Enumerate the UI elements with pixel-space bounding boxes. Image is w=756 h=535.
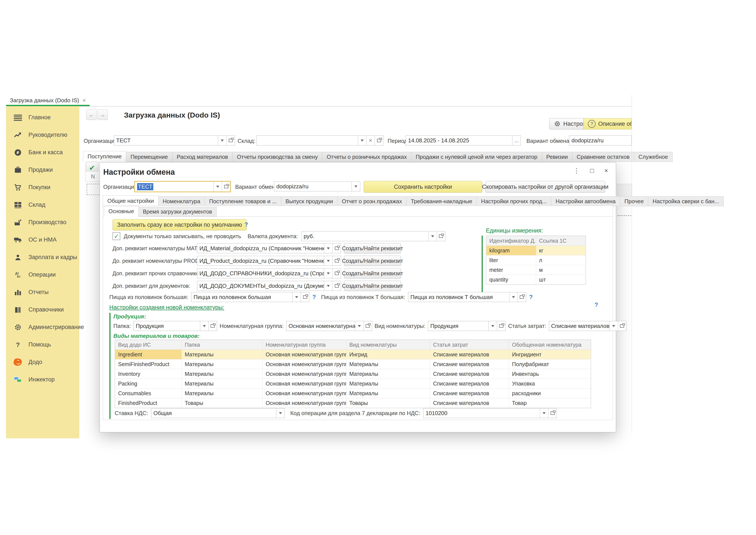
main-tab-5[interactable]: Отчеты о розничных продажах [322,152,411,162]
main-tab-7[interactable]: Ревизии [542,152,572,162]
sidebar-item-warehouse[interactable]: Склад [6,196,79,213]
dropdown-icon[interactable] [324,243,333,253]
materials-column-header[interactable]: Обобщенная номенклатура [509,340,591,350]
maximize-icon[interactable]: □ [590,167,594,174]
clear-icon[interactable]: × [366,136,375,145]
inner-tab-1[interactable]: Основные [104,206,139,216]
sidebar-item-catalogs[interactable]: Справочники [6,301,79,319]
window-tab[interactable]: Загрузка данных (Dodo IS) × [6,95,90,106]
dropdown-icon[interactable] [355,321,364,331]
main-tab-2[interactable]: Перемещение [126,152,172,162]
sidebar-item-production[interactable]: Производство [6,213,79,231]
dialog-tab-3[interactable]: Поступление товаров и ... [205,196,281,206]
pick-icon[interactable] [226,136,235,145]
group-field[interactable]: Основная номенклатурная груп [286,321,372,331]
dialog-tab-1[interactable]: Общие настройки [103,195,158,206]
fill-defaults-button[interactable]: Заполнить сразу все настройки по умолчан… [113,219,247,230]
more-icon[interactable]: ⋮ [573,167,580,174]
dropdown-icon[interactable] [218,136,226,145]
sklad-filter-field[interactable]: × [256,135,383,145]
vat-code-field[interactable]: 1010200 [423,408,557,418]
tab-close-icon[interactable]: × [83,97,86,104]
dropdown-icon[interactable] [324,281,333,291]
sidebar-item-manager[interactable]: Руководителю [6,126,79,144]
dropdown-icon[interactable] [324,268,333,278]
materials-column-header[interactable]: Папка [181,340,262,350]
attr-row-field[interactable]: ИД_Product_dodopizza_ru (Справочник "Ном… [197,256,341,266]
units-row[interactable]: quantityшт [486,275,586,285]
currency-field[interactable]: руб. [301,231,446,241]
pick-icon[interactable] [333,256,341,266]
dropdown-icon[interactable] [213,182,222,191]
pizza-half-field[interactable]: Пицца из половинок большая [191,292,309,302]
dialog-tab-2[interactable]: Номенклатура [158,196,205,206]
main-tab-9[interactable]: Служебное [634,152,673,162]
materials-row-FinishedProduct[interactable]: FinishedProductТоварыОсновная номенклату… [115,398,591,408]
pick-icon[interactable] [548,408,556,418]
period-filter-field[interactable]: 14.08.2025 - 14.08.2025 ... [406,135,521,145]
help-question-mark[interactable]: ? [529,294,533,300]
dialog-tab-4[interactable]: Выпуск продукции [281,196,338,206]
dropdown-icon[interactable] [352,182,360,191]
main-tab-8[interactable]: Сравнение остатков [572,152,634,162]
forward-button[interactable]: → [97,110,108,120]
pick-icon[interactable] [333,281,341,291]
sidebar-item-sales[interactable]: Продажи [6,161,79,179]
pick-icon[interactable] [333,268,341,278]
help-question-mark[interactable]: ? [595,301,598,308]
variant-filter-field[interactable]: dodopizza/ru [569,135,632,145]
sidebar-item-administration[interactable]: Администрирование [6,319,79,336]
materials-column-header[interactable]: Вид додо ИС [115,340,182,350]
materials-row-Packing[interactable]: PackingМатериалыОсновная номенклатурная … [115,379,591,388]
dropdown-icon[interactable] [609,321,618,331]
dropdown-icon[interactable] [540,408,548,418]
pick-icon[interactable] [437,232,445,241]
materials-column-header[interactable]: Номенклатурная группа [262,340,346,350]
dialog-org-field[interactable]: ТЕСТ [134,181,231,192]
main-tab-6[interactable]: Продажи с нулевой ценой или через агрега… [411,152,542,162]
attr-row-field[interactable]: ИД_ДОДО_ДОКУМЕНТЫ_dodopizza_ru (Документ… [197,281,341,291]
cost-field[interactable]: Списание материалов [549,321,627,331]
pick-icon[interactable] [222,182,230,191]
dialog-tab-10[interactable]: Настройка сверки с бан... [648,196,724,206]
attr-row-field[interactable]: ИД_Material_dodopizza_ru (Справочник "Но… [197,243,341,253]
new-nomenclature-link[interactable]: Настройки создания новой номенклатуры: [109,304,224,311]
help-question-mark[interactable]: ? [312,294,316,300]
sidebar-item-dodo[interactable]: Додо [6,353,79,371]
dropdown-icon[interactable] [509,292,518,302]
pick-icon[interactable] [618,321,626,331]
folder-field[interactable]: Продукция [133,321,217,331]
units-row[interactable]: kilogramкг [486,246,586,255]
create-find-attribute-button[interactable]: Создать/Найти реквизит [344,243,401,253]
dropdown-icon[interactable] [292,292,301,302]
units-column-header[interactable]: Ссылка 1С [536,236,586,246]
materials-column-header[interactable]: Вид номенклатуры [346,340,430,350]
units-column-header[interactable]: Идентификатор Д... [486,236,536,246]
sidebar-item-main[interactable]: Главное [6,109,79,126]
dropdown-icon[interactable] [358,136,366,145]
materials-column-header[interactable]: Статья затрат [430,340,509,350]
main-tab-1[interactable]: Поступление [83,151,126,162]
sidebar-item-os-nma[interactable]: ОС и НМА [6,231,79,248]
pick-icon[interactable] [333,243,341,253]
sidebar-item-injector[interactable]: Инжектор [6,371,79,388]
close-icon[interactable]: × [604,167,608,174]
pick-icon[interactable] [301,292,309,302]
description-button[interactable]: ? Описание об [583,118,632,129]
dialog-tab-9[interactable]: Прочее [620,196,648,206]
back-button[interactable]: ← [86,110,96,120]
dialog-tab-7[interactable]: Настройки прочих прод... [477,196,552,206]
pizza-half-t-field[interactable]: Пицца из половинок Т большая [408,292,526,302]
copy-settings-button[interactable]: Скопировать настройки от другой организа… [485,181,605,193]
sidebar-item-bank[interactable]: ₽Банк и касса [6,144,79,161]
pick-icon[interactable] [208,321,217,331]
dialog-tab-6[interactable]: Требования-накладные [407,196,477,206]
dialog-tab-8[interactable]: Настройки автообмена [551,196,620,206]
main-tab-4[interactable]: Отчеты производства за смену [232,152,322,162]
attr-row-field[interactable]: ИД_ДОДО_СПРАВОЧНИКИ_dodopizza_ru (Справо… [197,268,341,278]
materials-row-Inventory[interactable]: InventoryМатериалыОсновная номенклатурна… [115,369,591,379]
pick-icon[interactable] [375,136,383,145]
dialog-tab-5[interactable]: Отчет о розн.продажах [338,196,407,206]
checkbox-checked-icon[interactable]: ✓ [113,232,120,240]
units-row[interactable]: literл [486,255,586,265]
